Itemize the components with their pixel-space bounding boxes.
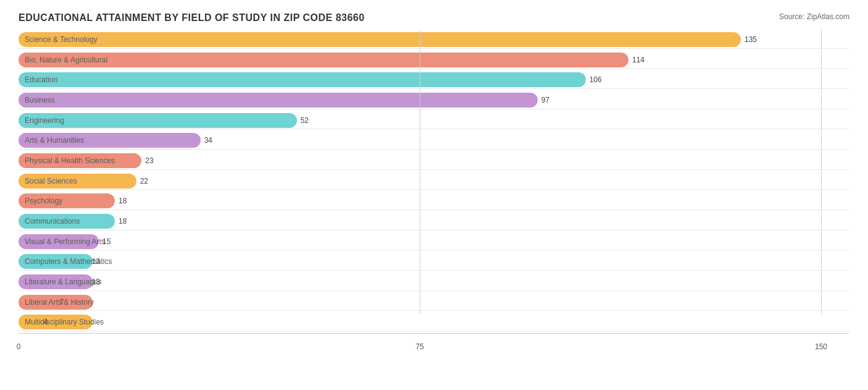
- bar-value: 106: [590, 75, 868, 84]
- bar-value: 135: [745, 35, 868, 44]
- bar-value: 7: [60, 298, 868, 307]
- bar-value: 52: [301, 116, 868, 125]
- bar-value: 18: [119, 197, 868, 205]
- bars-region: Science & Technology135Bio, Nature & Agr…: [19, 30, 849, 333]
- bar-fill: Business: [19, 93, 538, 108]
- bar-row: Liberal Arts & History7: [19, 292, 849, 312]
- bar-fill: Communications: [19, 214, 115, 229]
- bar-fill: Bio, Nature & Agricultural: [19, 53, 628, 67]
- bar-fill: Computers & Mathematics: [19, 254, 93, 269]
- bar-pill-label: Communications: [25, 217, 80, 226]
- grid-line: [821, 30, 822, 314]
- chart-area: Science & Technology135Bio, Nature & Agr…: [19, 30, 849, 351]
- bar-row: Computers & Mathematics13: [19, 252, 849, 271]
- bar-value: 18: [119, 217, 868, 226]
- bar-fill: Literature & Languages: [19, 274, 93, 289]
- bar-row: Engineering52: [19, 111, 849, 130]
- bar-row: Multidisciplinary Studies4: [19, 312, 849, 331]
- bar-pill-label: Physical & Health Sciences: [25, 156, 115, 165]
- x-tick: 0: [17, 342, 21, 351]
- bar-row: Business97: [19, 90, 849, 109]
- x-tick: 75: [415, 342, 424, 351]
- bar-pill-label: Psychology: [25, 197, 62, 205]
- chart-container: EDUCATIONAL ATTAINMENT BY FIELD OF STUDY…: [0, 0, 868, 390]
- bar-pill-label: Science & Technology: [25, 35, 98, 44]
- bar-pill-label: Visual & Performing Arts: [25, 237, 105, 246]
- bar-value: 13: [92, 257, 868, 266]
- bar-row: Literature & Languages13: [19, 272, 849, 291]
- bar-value: 13: [92, 278, 868, 286]
- bar-pill-label: Engineering: [25, 116, 64, 125]
- bar-row: Psychology18: [19, 191, 849, 210]
- bar-row: Communications18: [19, 211, 849, 231]
- bar-value: 4: [44, 318, 868, 326]
- bar-value: 114: [632, 56, 868, 64]
- x-axis: 075150: [19, 333, 849, 351]
- bar-row: Arts & Humanities34: [19, 130, 849, 150]
- bar-fill: Psychology: [19, 193, 115, 208]
- bar-row: Science & Technology135: [19, 30, 849, 49]
- bar-row: Physical & Health Sciences23: [19, 151, 849, 170]
- bar-row: Bio, Nature & Agricultural114: [19, 50, 849, 69]
- bar-row: Education106: [19, 70, 849, 89]
- bar-value: 34: [204, 136, 868, 145]
- bar-fill: Education: [19, 72, 586, 87]
- source-label: Source: ZipAtlas.com: [779, 12, 849, 21]
- bar-value: 15: [102, 237, 868, 246]
- bar-value: 22: [140, 177, 868, 185]
- x-tick: 150: [815, 342, 827, 351]
- chart-title: EDUCATIONAL ATTAINMENT BY FIELD OF STUDY…: [19, 12, 849, 23]
- bar-pill-label: Business: [25, 96, 55, 104]
- bar-pill-label: Bio, Nature & Agricultural: [25, 56, 107, 64]
- bar-fill: Physical & Health Sciences: [19, 153, 141, 168]
- bar-row: Visual & Performing Arts15: [19, 232, 849, 251]
- bar-fill: Visual & Performing Arts: [19, 234, 99, 249]
- bar-pill-label: Literature & Languages: [25, 278, 102, 286]
- bar-fill: Engineering: [19, 113, 297, 128]
- bar-value: 23: [145, 156, 868, 165]
- bar-fill: Science & Technology: [19, 32, 741, 47]
- grid-line: [420, 30, 420, 314]
- bar-value: 97: [541, 96, 868, 104]
- bar-fill: Arts & Humanities: [19, 133, 201, 148]
- bar-pill-label: Arts & Humanities: [25, 136, 84, 145]
- bar-row: Social Sciences22: [19, 171, 849, 190]
- bar-fill: Social Sciences: [19, 174, 136, 189]
- bar-pill-label: Social Sciences: [25, 177, 77, 185]
- bar-pill-label: Education: [25, 75, 57, 84]
